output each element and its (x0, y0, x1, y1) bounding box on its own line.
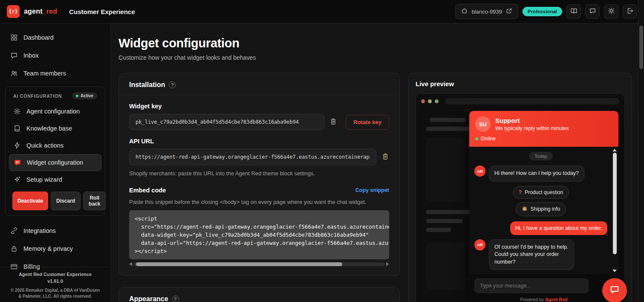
link-icon (10, 227, 18, 235)
day-divider: Today (529, 152, 552, 160)
installation-card: Installation ? Widget key Rotate key API… (118, 73, 400, 276)
logout-icon (627, 7, 634, 16)
scroll-up-arrow-icon[interactable] (612, 149, 617, 151)
sidebar-item-memory-privacy[interactable]: Memory & privacy (0, 240, 110, 258)
api-url-input[interactable] (129, 149, 376, 165)
sidebar-item-agent-configuration[interactable]: Agent configuration (9, 103, 101, 120)
chat-launcher-button[interactable] (602, 278, 627, 302)
lightning-icon (13, 142, 21, 149)
team-icon (10, 70, 18, 77)
code-line: data-api-url="https://agent-red-api-gate… (135, 239, 384, 247)
brand-agent: agent (24, 8, 43, 15)
chat-widget-header: SU Support We typically reply within min… (469, 111, 618, 147)
window-scrollbar[interactable] (638, 0, 644, 302)
clipboard-icon (329, 118, 337, 127)
chat-message-input[interactable] (474, 279, 589, 293)
main-content: Widget configuration Customize how your … (111, 23, 644, 302)
widget-key-input[interactable] (129, 114, 324, 130)
skeleton-line (426, 219, 463, 223)
quick-reply-product-question[interactable]: ? Product question (513, 186, 569, 199)
deactivate-button[interactable]: Deactivate (12, 192, 48, 210)
external-link-icon (505, 7, 513, 16)
sidebar-item-knowledge-base[interactable]: Knowledge base (9, 120, 101, 137)
scrollbar-thumb[interactable] (639, 26, 643, 69)
dashboard-icon (10, 34, 18, 41)
sidebar-item-dashboard[interactable]: Dashboard (0, 29, 110, 46)
sidebar-item-integrations[interactable]: Integrations (0, 222, 110, 240)
feedback-button[interactable] (585, 4, 600, 19)
online-status: Online (481, 136, 496, 142)
sidebar-item-setup-wizard[interactable]: Setup wizard (9, 171, 101, 188)
chat-widget-preview: SU Support We typically reply within min… (469, 111, 618, 302)
chat-subtitle: We typically reply within minutes (495, 125, 569, 131)
code-line: data-widget-key="pk_live_c79a2bd0b3d4_ab… (135, 231, 384, 239)
embed-note: Paste this snippet before the closing </… (129, 198, 389, 206)
logout-button[interactable] (623, 4, 637, 19)
quick-reply-shipping-info[interactable]: Shipping info (516, 202, 566, 216)
chat-title: Support (495, 117, 569, 124)
plan-badge: Professional (523, 7, 562, 16)
copy-widget-key-button[interactable] (329, 118, 337, 127)
sidebar-item-quick-actions[interactable]: Quick actions (9, 137, 101, 154)
code-line: <script (135, 215, 384, 223)
skeleton-block (426, 137, 465, 202)
sparkle-icon (13, 176, 21, 183)
package-icon (522, 206, 528, 213)
sidebar-item-inbox[interactable]: Inbox (0, 46, 110, 64)
discard-button[interactable]: Discard (51, 192, 81, 210)
sidebar-item-label: Dashboard (23, 34, 54, 41)
widget-key-label: Widget key (129, 103, 389, 110)
copy-snippet-link[interactable]: Copy snippet (355, 187, 389, 193)
sidebar-item-team-members[interactable]: Team members (0, 64, 110, 82)
embed-code-label: Embed code (129, 187, 166, 194)
skeleton-line (426, 228, 451, 232)
appearance-heading: Appearance (129, 295, 168, 302)
sidebar-footer: Agent Red Customer Experience v1.61.0 © … (0, 267, 110, 302)
rotate-key-button[interactable]: Rotate key (346, 115, 389, 130)
chat-bubble-icon (589, 7, 596, 16)
inbox-icon (10, 52, 18, 59)
page-title: Widget configuration (118, 36, 632, 50)
brand-name: agent_red (24, 8, 57, 15)
appearance-card: Appearance ? Header left color (118, 287, 400, 302)
chat-vertical-scrollbar[interactable] (612, 149, 617, 272)
sun-icon (608, 7, 615, 16)
environment-button[interactable]: blanco-9939 (455, 4, 518, 19)
api-url-label: API URL (129, 138, 389, 145)
scroll-right-arrow-icon[interactable] (386, 262, 389, 266)
sidebar-item-widget-configuration[interactable]: Widget configuration (9, 154, 101, 171)
active-badge-label: Active (81, 93, 93, 98)
bot-message: Hi there! How can I help you today? (489, 166, 584, 182)
footer-copyright: © 2026 Remaker Digital, a DBA of VanDuse… (9, 287, 102, 299)
docs-button[interactable] (566, 4, 581, 19)
lock-icon (10, 245, 18, 253)
code-line: ></script> (135, 247, 384, 255)
app-root: {r} agent_red Customer Experience blanco… (0, 0, 644, 302)
quick-reply-label: Shipping info (531, 206, 560, 212)
scrollbar-thumb[interactable] (613, 153, 617, 254)
chat-messages-area: Today AR Hi there! How can I help you to… (469, 147, 618, 274)
ai-configuration-group: AI CONFIGURATION Active Agent configurat… (5, 87, 105, 216)
scroll-left-arrow-icon[interactable] (129, 262, 132, 266)
widget-icon (14, 159, 21, 166)
bot-avatar: AR (474, 239, 485, 250)
help-icon[interactable]: ? (169, 81, 176, 88)
skeleton-line (430, 118, 465, 122)
brand-red: _red (43, 8, 58, 15)
scrollbar-thumb[interactable] (136, 262, 342, 266)
roll-back-button[interactable]: Roll back (83, 192, 106, 210)
powered-by: Powered by Agent Red (474, 297, 613, 302)
theme-toggle-button[interactable] (604, 4, 618, 19)
sidebar-item-label: Setup wizard (26, 176, 62, 183)
sidebar: Dashboard Inbox Team members AI CONFIGUR… (0, 23, 111, 302)
traffic-light-green-icon (435, 99, 439, 103)
embed-code-block: <script src="https://agent-red-api-gatew… (129, 210, 389, 259)
powered-brand: Agent Red (545, 297, 568, 302)
scroll-down-arrow-icon[interactable] (612, 270, 617, 272)
environment-label: blanco-9939 (471, 9, 502, 15)
sidebar-item-label: Knowledge base (26, 125, 72, 132)
help-icon[interactable]: ? (172, 296, 179, 302)
copy-api-url-button[interactable] (381, 153, 389, 162)
code-horizontal-scrollbar[interactable] (129, 262, 389, 266)
support-avatar: SU (475, 116, 491, 132)
